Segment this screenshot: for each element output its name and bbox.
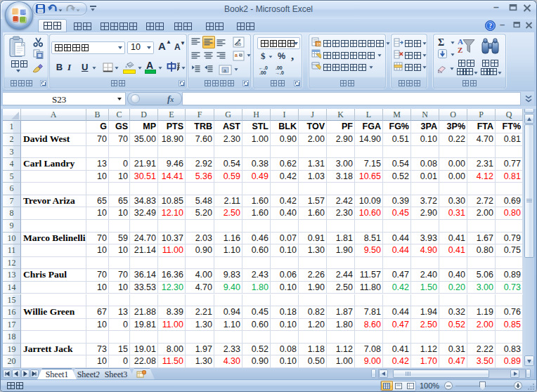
- svg-text:15: 15: [316, 42, 321, 46]
- svg-text:ab: ab: [235, 41, 241, 46]
- svg-text:a: a: [235, 53, 238, 58]
- svg-text:?: ?: [489, 22, 492, 30]
- svg-text:Z: Z: [458, 46, 462, 54]
- svg-text:a: a: [224, 68, 226, 73]
- svg-text:.00: .00: [259, 70, 266, 75]
- svg-text:A: A: [458, 37, 463, 46]
- svg-text:→.0: →.0: [275, 70, 284, 75]
